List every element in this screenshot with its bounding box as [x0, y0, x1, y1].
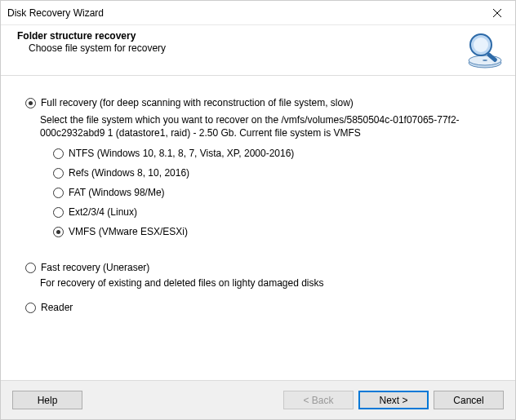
fs-refs[interactable]: Refs (Windows 8, 10, 2016) [53, 167, 504, 179]
radio-icon [53, 148, 64, 159]
mode-fast-recovery[interactable]: Fast recovery (Uneraser) [25, 262, 504, 273]
radio-icon [25, 263, 36, 273]
svg-point-6 [474, 38, 488, 52]
radio-icon [53, 168, 64, 179]
titlebar: Disk Recovery Wizard [1, 1, 515, 25]
fs-ext-label: Ext2/3/4 (Linux) [69, 206, 137, 218]
footer-bar: Help < Back Next > Cancel [1, 380, 515, 419]
svg-point-4 [483, 60, 487, 61]
mode-fast-label: Fast recovery (Uneraser) [41, 262, 149, 273]
radio-icon [53, 227, 64, 237]
page-subtitle: Choose file system for recovery [17, 42, 504, 54]
radio-icon [53, 188, 64, 198]
window-title: Disk Recovery Wizard [7, 7, 104, 19]
fs-fat[interactable]: FAT (Windows 98/Me) [53, 187, 504, 198]
content-area: Full recovery (for deep scanning with re… [1, 76, 515, 325]
mode-reader[interactable]: Reader [25, 302, 504, 313]
mode-full-desc: Select the file system which you want to… [40, 113, 497, 139]
page-title: Folder structure recovery [17, 30, 504, 42]
close-button[interactable] [479, 1, 515, 25]
fs-refs-label: Refs (Windows 8, 10, 2016) [69, 167, 189, 179]
radio-icon [25, 98, 36, 108]
mode-full-label: Full recovery (for deep scanning with re… [41, 97, 354, 108]
help-button[interactable]: Help [12, 391, 82, 409]
mode-reader-label: Reader [41, 302, 73, 313]
fs-ntfs[interactable]: NTFS (Windows 10, 8.1, 8, 7, Vista, XP, … [53, 148, 504, 159]
wizard-header: Folder structure recovery Choose file sy… [1, 25, 515, 76]
fs-ext[interactable]: Ext2/3/4 (Linux) [53, 206, 504, 218]
radio-icon [53, 207, 64, 218]
mode-fast-desc: For recovery of existing and deleted fil… [40, 276, 497, 290]
cancel-button[interactable]: Cancel [434, 391, 504, 409]
fs-fat-label: FAT (Windows 98/Me) [69, 187, 165, 198]
mode-full-recovery[interactable]: Full recovery (for deep scanning with re… [25, 97, 504, 108]
filesystem-options: NTFS (Windows 10, 8.1, 8, 7, Vista, XP, … [53, 148, 504, 237]
fs-ntfs-label: NTFS (Windows 10, 8.1, 8, 7, Vista, XP, … [69, 148, 294, 159]
fs-vmfs[interactable]: VMFS (VMware ESX/ESXi) [53, 226, 504, 237]
radio-icon [25, 303, 36, 313]
back-button[interactable]: < Back [283, 391, 354, 409]
close-icon [493, 9, 501, 17]
magnifier-disk-icon [465, 30, 505, 71]
next-button[interactable]: Next > [358, 391, 429, 409]
fs-vmfs-label: VMFS (VMware ESX/ESXi) [69, 226, 188, 237]
